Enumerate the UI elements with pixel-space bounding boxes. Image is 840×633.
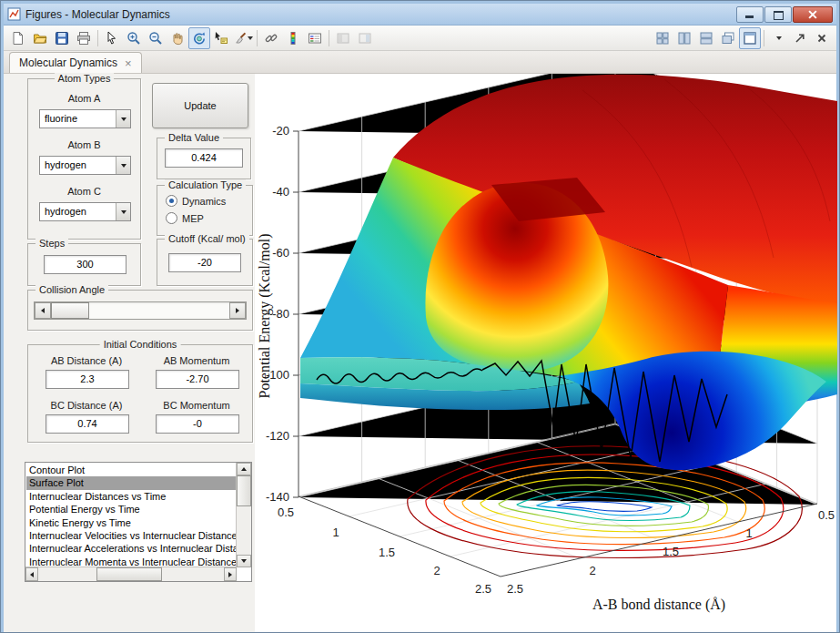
dropdown-arrow-button[interactable] [116, 157, 130, 174]
zoom-in-button[interactable] [123, 27, 145, 49]
insert-colorbar-button[interactable] [282, 27, 304, 49]
close-button[interactable] [793, 6, 833, 23]
tile-grid-icon [655, 31, 670, 46]
maximize-pane-button[interactable] [739, 27, 761, 49]
rotate-3d-button[interactable] [188, 27, 210, 49]
delta-value-field[interactable]: 0.424 [165, 148, 243, 168]
control-panel: Atom Types Atom A fluorine Atom B hydrog… [4, 74, 255, 632]
cascade-windows-button[interactable] [717, 27, 739, 49]
brush-icon [233, 31, 247, 46]
edit-plot-button[interactable] [101, 27, 123, 49]
delta-value-title: Delta Value [165, 132, 223, 143]
list-item[interactable]: Potential Energy vs Time [26, 503, 236, 516]
slider-right-arrow[interactable] [229, 302, 246, 319]
undock-arrow-icon [794, 32, 806, 45]
printer-icon [76, 31, 91, 46]
scroll-left-button[interactable] [25, 567, 38, 581]
triangle-right-icon [228, 572, 232, 577]
figure-content: Atom Types Atom A fluorine Atom B hydrog… [4, 74, 836, 632]
new-figure-button[interactable] [7, 27, 29, 49]
bc-distance-field[interactable]: 0.74 [46, 414, 129, 434]
z-tick-label: -80 [272, 307, 289, 321]
save-figure-button[interactable] [51, 27, 73, 49]
bc-tick-label: 1.5 [379, 546, 395, 559]
brush-dropdown-caret[interactable] [248, 36, 253, 40]
chevron-down-icon [121, 210, 127, 214]
x-axis-label: A-B bond distance (Å) [592, 597, 725, 613]
minimize-button[interactable] [736, 6, 764, 23]
ab-distance-field[interactable]: 2.3 [46, 370, 129, 389]
zoom-out-button[interactable] [145, 27, 167, 49]
link-plots-button[interactable] [260, 27, 282, 49]
tile-rows-icon [699, 31, 713, 46]
close-panel-button[interactable] [811, 27, 833, 49]
dynamics-radio[interactable] [166, 195, 177, 207]
horizontal-scrollbar[interactable] [25, 567, 237, 581]
figure-tab-bar: Molecular Dynamics × [4, 51, 836, 74]
scroll-down-button[interactable] [237, 555, 251, 567]
ab-tick-label: 1.5 [663, 545, 679, 558]
print-figure-button[interactable] [73, 27, 95, 49]
surface-plot-axes[interactable]: -20 -40 -60 -80 -100 -120 -140 0.5 1 1.5… [255, 74, 840, 632]
title-bar[interactable]: Figures - Molecular Dynamics [4, 4, 836, 26]
collision-angle-title: Collision Angle [35, 284, 108, 295]
update-button[interactable]: Update [152, 83, 248, 128]
tab-close-icon[interactable]: × [125, 57, 132, 69]
list-item[interactable]: Kinetic Energy vs Time [26, 516, 236, 529]
insert-legend-button[interactable] [304, 27, 326, 49]
cutoff-group: Cutoff (Kcal/ mol) -20 [157, 239, 253, 286]
list-item[interactable]: Internuclear Accelerations vs Internucle… [26, 542, 236, 555]
mep-radio[interactable] [166, 212, 177, 224]
plot-tools-on-icon [358, 31, 372, 46]
list-item[interactable]: Internuclear Momenta vs Internuclear Dis… [26, 556, 236, 567]
atom-b-dropdown[interactable]: hydrogen [39, 156, 131, 175]
hide-plot-tools-button[interactable] [332, 27, 354, 49]
ab-momentum-field[interactable]: -2.70 [156, 370, 239, 389]
vertical-scrollbar[interactable] [236, 463, 251, 567]
bc-momentum-field[interactable]: -0 [156, 414, 239, 434]
atom-c-dropdown[interactable]: hydrogen [39, 202, 131, 221]
plot-type-list: Contour Plot Surface Plot Internuclear D… [26, 464, 236, 567]
steps-field[interactable]: 300 [44, 255, 127, 274]
dropdown-arrow-button[interactable] [116, 110, 130, 128]
show-plot-tools-button[interactable] [354, 27, 376, 49]
dynamics-radio-row[interactable]: Dynamics [166, 195, 226, 207]
slider-track[interactable] [89, 302, 229, 319]
dropdown-arrow-button[interactable] [116, 203, 130, 220]
steps-group: Steps 300 [27, 243, 141, 286]
zoom-out-icon [148, 31, 163, 46]
horizontal-scroll-thumb[interactable] [96, 567, 162, 581]
cascade-icon [721, 31, 735, 46]
list-item[interactable]: Contour Plot [26, 464, 236, 476]
brush-data-button[interactable] [232, 27, 254, 49]
bc-tick-label: 1 [332, 526, 339, 539]
atom-a-dropdown[interactable]: fluorine [39, 109, 131, 128]
open-folder-icon [33, 31, 47, 46]
collision-angle-slider[interactable] [34, 301, 247, 320]
mep-radio-row[interactable]: MEP [166, 212, 204, 224]
scroll-right-button[interactable] [224, 567, 237, 581]
triangle-up-icon [241, 467, 247, 471]
list-item-selected[interactable]: Surface Plot [26, 476, 236, 489]
data-cursor-button[interactable] [210, 27, 232, 49]
slider-thumb[interactable] [51, 302, 89, 319]
cutoff-field[interactable]: -20 [168, 253, 241, 272]
vertical-scroll-thumb[interactable] [237, 475, 251, 506]
list-item[interactable]: Internuclear Distances vs Time [26, 490, 236, 503]
tile-windows-button[interactable] [652, 27, 673, 49]
toolbar-separator [329, 30, 329, 46]
list-item[interactable]: Internuclear Velocities vs Internuclear … [26, 529, 236, 542]
slider-left-arrow[interactable] [35, 302, 51, 319]
new-figure-icon [11, 31, 25, 46]
undock-button[interactable] [789, 27, 811, 49]
tile-columns-button[interactable] [673, 27, 695, 49]
collapse-button[interactable] [767, 27, 789, 49]
toolbar-right-group [652, 27, 833, 49]
tile-rows-button[interactable] [695, 27, 717, 49]
open-file-button[interactable] [29, 27, 51, 49]
pan-button[interactable] [167, 27, 188, 49]
scroll-up-button[interactable] [237, 463, 251, 475]
maximize-button[interactable] [764, 6, 792, 23]
triangle-left-icon [30, 572, 34, 577]
tab-molecular-dynamics[interactable]: Molecular Dynamics × [9, 52, 142, 73]
